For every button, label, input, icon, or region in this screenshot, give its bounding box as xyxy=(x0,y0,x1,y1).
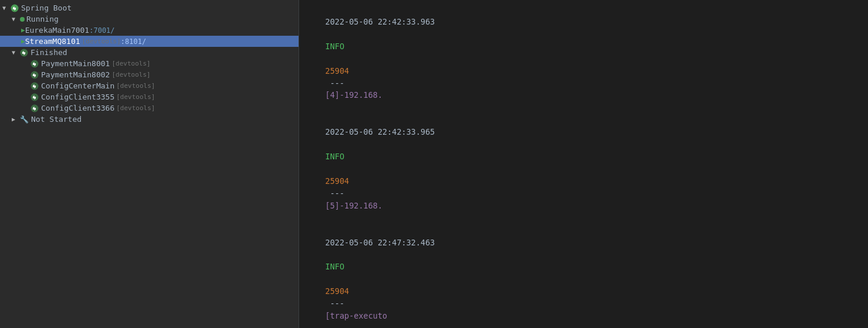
streammq-devtools: [devtools] xyxy=(82,37,121,45)
streammq-name: StreamMQ8101 xyxy=(25,37,80,46)
log-line-1: 2022-05-06 22:42:33.963 INFO 25904 --- [… xyxy=(306,4,861,114)
configclient3366-icon xyxy=(30,104,39,112)
sidebar-item-configclient3355[interactable]: ConfigClient3355 [devtools] xyxy=(0,91,299,102)
running-label: Running xyxy=(26,15,59,23)
streammq-port[interactable]: :8101/ xyxy=(121,37,146,46)
configclient3366-devtools: [devtools] xyxy=(116,104,155,112)
sidebar-item-streammq[interactable]: ▶ StreamMQ8101 [devtools] :8101/ xyxy=(0,36,299,47)
sidebar: Spring Boot Running ▶ EurekaMain7001 :70… xyxy=(0,0,299,328)
notstarted-label: Not Started xyxy=(31,115,82,124)
sidebar-root[interactable]: Spring Boot xyxy=(0,2,299,13)
wrench-icon: 🔧 xyxy=(20,115,29,124)
log-line-2: 2022-05-06 22:42:33.965 INFO 25904 --- [… xyxy=(306,114,861,224)
sidebar-section-notstarted[interactable]: 🔧 Not Started xyxy=(0,114,299,125)
sidebar-item-configcenter[interactable]: ConfigCenterMain [devtools] xyxy=(0,80,299,91)
running-dot xyxy=(20,17,25,22)
log-panel: 2022-05-06 22:42:33.963 INFO 25904 --- [… xyxy=(299,0,868,328)
finished-label: Finished xyxy=(30,48,67,57)
play-icon-eureka: ▶ xyxy=(21,26,25,34)
configcenter-name: ConfigCenterMain xyxy=(41,81,114,90)
payment8002-devtools: [devtools] xyxy=(111,71,150,78)
payment8001-devtools: [devtools] xyxy=(111,60,150,67)
play-icon-streammq: ▶ xyxy=(21,37,25,45)
configcenter-devtools: [devtools] xyxy=(116,82,155,90)
running-arrow xyxy=(12,16,19,22)
sidebar-section-running[interactable]: Running xyxy=(0,13,299,25)
sidebar-item-configclient3366[interactable]: ConfigClient3366 [devtools] xyxy=(0,102,299,114)
eureka-name: EurekaMain7001 xyxy=(25,26,90,35)
root-label: Spring Boot xyxy=(21,4,72,12)
notstarted-arrow xyxy=(12,116,19,122)
log-line-3: 2022-05-06 22:47:32.463 INFO 25904 --- [… xyxy=(306,224,861,328)
configclient3355-devtools: [devtools] xyxy=(116,93,155,101)
payment8002-name: PaymentMain8002 xyxy=(41,70,110,79)
sidebar-section-finished[interactable]: Finished xyxy=(0,47,299,58)
sidebar-item-payment8002[interactable]: PaymentMain8002 [devtools] xyxy=(0,69,299,80)
spring-boot-icon xyxy=(11,4,19,12)
payment8001-name: PaymentMain8001 xyxy=(41,59,110,68)
payment8001-icon xyxy=(30,60,39,68)
payment8002-icon xyxy=(30,71,39,79)
configcenter-icon xyxy=(30,82,39,90)
eureka-port[interactable]: :7001/ xyxy=(89,26,114,35)
finished-icon xyxy=(20,49,28,57)
configclient3366-name: ConfigClient3366 xyxy=(41,104,114,112)
root-arrow xyxy=(2,5,9,11)
finished-arrow xyxy=(12,49,19,56)
configclient3355-icon xyxy=(30,93,39,101)
sidebar-item-eureka[interactable]: ▶ EurekaMain7001 :7001/ xyxy=(0,25,299,36)
configclient3355-name: ConfigClient3355 xyxy=(41,93,114,101)
sidebar-item-payment8001[interactable]: PaymentMain8001 [devtools] xyxy=(0,58,299,69)
